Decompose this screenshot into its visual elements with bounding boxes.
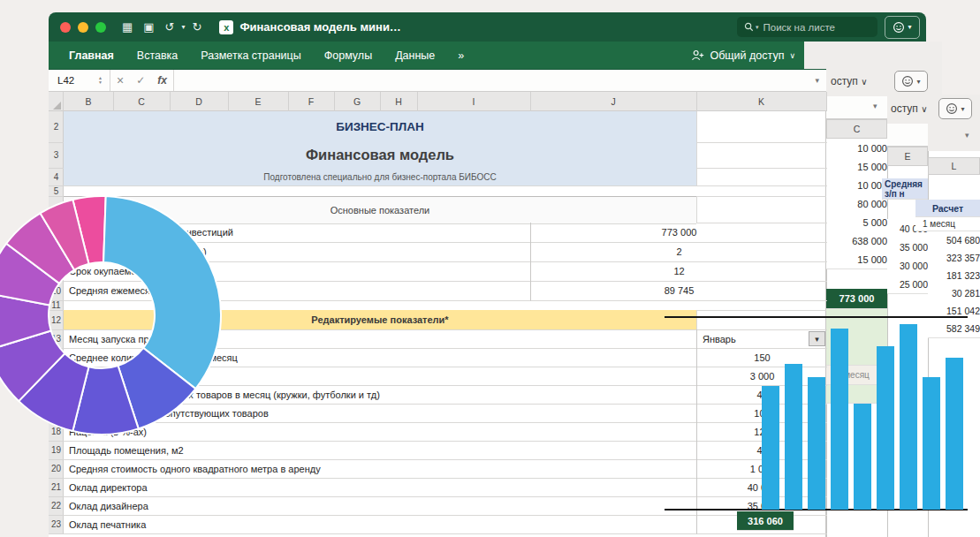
merged-band-row[interactable]: Основные показатели [64, 196, 696, 224]
row-value[interactable]: 773 000 [530, 223, 827, 243]
row-label[interactable]: Средняя стоимость одного квадратного мет… [64, 459, 702, 479]
row-value[interactable]: Январь▾ [696, 329, 827, 349]
row-label[interactable]: Средняя ежемесячная прибыль [64, 281, 536, 301]
row-label[interactable]: Количество сопутствующих товаров в месяц… [64, 385, 702, 405]
month-dropdown-button[interactable]: ▾ [809, 331, 825, 346]
row-value[interactable]: 1 000 [696, 459, 827, 479]
row-value[interactable]: 40 000 [696, 478, 827, 497]
row-value[interactable]: 150 [696, 348, 827, 367]
row-label[interactable]: Месяц запуска продаж [64, 329, 702, 349]
row-value[interactable]: 89 745 [530, 281, 827, 301]
row-label[interactable]: Оклад печатника [64, 515, 702, 534]
sheet-grid: БИЗНЕС-ПЛАНФинансовая модельПодготовлена… [0, 0, 980, 537]
row-value[interactable]: 40 [696, 385, 827, 405]
band-filler[interactable] [696, 111, 827, 143]
row-label[interactable]: Объем первоначальных инвестиций [64, 223, 536, 243]
row-value[interactable]: 3 000 [696, 367, 827, 386]
floating-total-cell[interactable]: 316 060 [737, 511, 794, 531]
row-value[interactable]: 2 [530, 242, 827, 262]
band-filler[interactable] [696, 142, 827, 169]
merged-band-row[interactable]: БИЗНЕС-ПЛАН [64, 111, 696, 143]
row-label[interactable]: Оклад дизайнера [64, 496, 702, 516]
band-filler[interactable] [696, 196, 827, 223]
screenshot-stage: оступ ∨ ▾ ▾ C 10 00015 00010 00080 0005 … [0, 0, 980, 537]
merged-band-row[interactable]: Финансовая модель [64, 142, 696, 169]
row-label[interactable]: Наценка (в %-ах) [64, 422, 702, 442]
band-filler[interactable] [696, 168, 827, 186]
merged-band-row[interactable]: Редактируемые показатели* [64, 310, 696, 330]
row-label[interactable]: Средняя стоимость сопутствующих товаров [64, 404, 702, 423]
band-filler[interactable] [696, 310, 827, 330]
row-label[interactable]: Точка безубыточности (месяц) [64, 242, 536, 262]
excel-main-window: ▦ ▣ ↺ ▾ ↻ x Финансовая модель мини… ▾ По… [0, 0, 980, 537]
row-label[interactable]: Срок окупаемости (месяцев) [64, 261, 536, 282]
row-label[interactable]: Оклад директора [64, 478, 702, 497]
merged-band-row[interactable]: Подготовлена специально для бизнес-порта… [64, 168, 696, 186]
row-label[interactable]: Площадь помещения, м2 [64, 441, 702, 460]
row-value[interactable]: 40 [696, 441, 827, 460]
row-value[interactable]: 100 [696, 404, 827, 423]
row-value[interactable]: 12 [530, 261, 827, 282]
month-dropdown-value[interactable]: Январь [703, 329, 736, 348]
row-label[interactable]: Средний чек с 1 заказа [64, 367, 702, 386]
row-value[interactable]: 120 [696, 422, 827, 442]
row-label[interactable]: Среднее количество заказов в месяц [64, 348, 702, 367]
